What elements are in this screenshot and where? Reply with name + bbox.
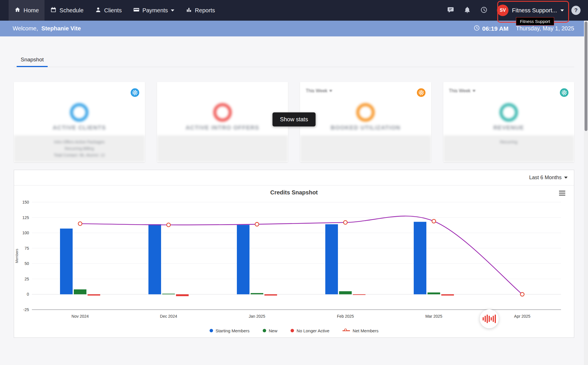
nav-item-reports[interactable]: Reports — [180, 0, 221, 21]
svg-text:-25: -25 — [23, 307, 29, 312]
bell-icon — [464, 6, 471, 14]
svg-text:Members: Members — [15, 249, 19, 263]
welcome-bar: Welcome, Stephanie Vite 06:19 AM Thursda… — [0, 21, 588, 36]
card-top: ACTIVE CLIENTS — [14, 82, 145, 135]
nav-item-label: Schedule — [59, 7, 83, 14]
card-summary — [157, 135, 288, 162]
welcome-message: Welcome, Stephanie Vite — [13, 25, 81, 32]
show-stats-button[interactable]: Show stats — [272, 112, 316, 126]
chart-title-row: Credits Snapshot — [14, 186, 574, 199]
legend-label: Starting Members — [216, 328, 249, 333]
donut-chart-icon — [213, 103, 232, 122]
chevron-down-icon — [473, 90, 475, 92]
top-navbar: Home Schedule Clients Payments Reports — [0, 0, 588, 21]
tab-strip: Snapshot — [14, 54, 574, 67]
legend-item[interactable]: New — [263, 328, 277, 333]
chat-icon — [447, 6, 454, 14]
payments-icon — [133, 7, 140, 14]
legend-item[interactable]: Net Members — [343, 328, 378, 333]
bar-series-1 — [74, 289, 440, 294]
tab-snapshot[interactable]: Snapshot — [18, 54, 47, 67]
clock-icon — [480, 6, 488, 14]
navbar-actions: SV Fitness Support... ? — [443, 0, 581, 21]
legend-item[interactable]: No Longer Active — [291, 328, 329, 333]
history-button[interactable] — [476, 3, 491, 18]
card-top: ACTIVE INTRO OFFERS — [157, 82, 288, 135]
svg-text:Jan 2025: Jan 2025 — [249, 314, 265, 319]
card-range-dropdown[interactable]: This Week — [449, 88, 475, 93]
card-top: This Week BOOKED UTILIZATION — [300, 82, 431, 135]
card-summary-line: Intro Offers Active Packages — [18, 139, 141, 145]
legend-item[interactable]: Starting Members — [210, 328, 249, 333]
line-series-net-members — [78, 216, 524, 296]
legend-swatch — [291, 329, 294, 332]
chevron-down-icon — [171, 9, 174, 11]
nav-item-home[interactable]: Home — [9, 0, 45, 21]
card-summary: Intro Offers Active Packages Recurring B… — [14, 135, 145, 162]
gear-icon[interactable] — [560, 88, 568, 97]
legend-label: Net Members — [353, 328, 378, 333]
bar-series-2 — [88, 294, 454, 296]
welcome-user-name: Stephanie Vite — [41, 25, 81, 32]
donut-chart-icon — [356, 103, 375, 122]
main-content: Snapshot ACTIVE CLIENTS Intro Offers Act… — [0, 36, 588, 338]
primary-nav: Home Schedule Clients Payments Reports — [9, 0, 221, 21]
card-title: ACTIVE INTRO OFFERS — [186, 124, 259, 131]
card-summary: Recurring — [443, 135, 575, 162]
stat-cards-row: ACTIVE CLIENTS Intro Offers Active Packa… — [14, 82, 574, 162]
loading-spinner — [480, 309, 499, 328]
scrollbar-thumb[interactable] — [585, 22, 587, 131]
chart-menu-button[interactable] — [558, 188, 566, 198]
nav-item-label: Reports — [195, 7, 215, 14]
welcome-datetime: 06:19 AM Thursday, May 1, 2025 — [474, 25, 574, 32]
nav-item-label: Payments — [142, 7, 168, 14]
nav-item-payments[interactable]: Payments — [127, 0, 180, 21]
svg-text:125: 125 — [22, 215, 29, 220]
current-date: Thursday, May 1, 2025 — [516, 25, 574, 32]
donut-chart-icon — [500, 103, 518, 122]
card-title: ACTIVE CLIENTS — [53, 124, 106, 131]
card-summary-line: Recurring Billing — [18, 145, 141, 152]
nav-item-label: Clients — [104, 7, 122, 14]
svg-text:75: 75 — [24, 246, 29, 251]
gear-icon[interactable] — [417, 88, 425, 97]
question-mark-icon: ? — [574, 7, 578, 13]
chat-button[interactable] — [443, 3, 458, 18]
svg-text:Feb 2025: Feb 2025 — [337, 314, 354, 319]
card-title: REVENUE — [493, 124, 524, 131]
svg-text:Dec 2024: Dec 2024 — [160, 314, 177, 319]
nav-item-clients[interactable]: Clients — [89, 0, 127, 21]
svg-text:25: 25 — [24, 277, 29, 281]
stat-card-active-clients: ACTIVE CLIENTS Intro Offers Active Packa… — [14, 82, 145, 162]
svg-text:Nov 2024: Nov 2024 — [71, 314, 89, 319]
svg-text:Apr 2025: Apr 2025 — [514, 314, 531, 319]
bar-series-0 — [60, 222, 426, 294]
help-button[interactable]: ? — [571, 6, 581, 15]
chart-title: Credits Snapshot — [270, 189, 318, 196]
card-top: This Week REVENUE — [443, 82, 575, 135]
card-summary — [300, 135, 431, 162]
notifications-button[interactable] — [460, 3, 475, 18]
legend-label: No Longer Active — [297, 328, 329, 333]
card-summary-line: Total Contact: 96, Alumni: 12 — [18, 152, 141, 159]
credits-snapshot-chart: 1501251007550250-25MembersNov 2024Dec 20… — [14, 199, 573, 324]
gear-icon[interactable] — [131, 88, 139, 97]
hamburger-icon — [559, 191, 565, 196]
svg-text:150: 150 — [22, 200, 29, 204]
chevron-down-icon — [329, 90, 332, 92]
stat-card-active-intro-offers: ACTIVE INTRO OFFERS — [157, 82, 288, 162]
person-icon — [95, 7, 101, 14]
svg-text:Mar 2025: Mar 2025 — [425, 314, 442, 319]
stat-card-revenue: This Week REVENUE Recurring — [443, 82, 575, 162]
account-name-label: Fitness Support... — [512, 7, 557, 14]
chart-range-dropdown[interactable]: Last 6 Months — [529, 175, 568, 181]
home-icon — [14, 7, 21, 14]
nav-item-schedule[interactable]: Schedule — [45, 0, 89, 21]
vertical-scrollbar[interactable] — [584, 21, 588, 365]
chevron-down-icon — [564, 177, 568, 179]
card-range-dropdown[interactable]: This Week — [306, 88, 332, 93]
account-tooltip: Fitness Support — [516, 17, 554, 26]
nav-item-label: Home — [24, 7, 39, 14]
donut-chart-icon — [70, 103, 88, 122]
legend-swatch — [210, 329, 213, 332]
